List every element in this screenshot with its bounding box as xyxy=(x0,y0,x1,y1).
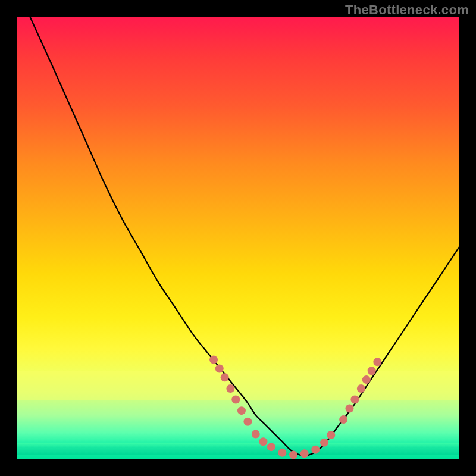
curve-marker xyxy=(259,437,267,446)
curve-marker xyxy=(226,384,234,393)
curve-marker xyxy=(350,396,359,404)
curve-marker xyxy=(215,364,224,372)
curve-marker xyxy=(221,373,229,381)
curve-marker xyxy=(345,404,353,412)
bottleneck-curve-path xyxy=(30,17,459,455)
curve-marker xyxy=(289,451,298,459)
watermark-text: TheBottleneck.com xyxy=(345,2,469,18)
curve-marker xyxy=(327,431,335,439)
curve-marker xyxy=(339,415,347,424)
curve-marker xyxy=(209,356,218,364)
curve-marker xyxy=(311,446,320,454)
curve-marker xyxy=(357,384,365,393)
curve-marker xyxy=(300,449,309,458)
curve-marker xyxy=(267,443,275,451)
chart-frame: TheBottleneck.com xyxy=(0,0,476,476)
curve-marker xyxy=(231,396,240,404)
bottleneck-curve-svg xyxy=(17,17,459,459)
curve-marker xyxy=(243,418,252,426)
curve-marker xyxy=(278,449,286,457)
curve-marker xyxy=(237,406,246,415)
curve-marker xyxy=(373,358,381,366)
curve-marker xyxy=(320,439,328,447)
curve-marker xyxy=(252,430,260,439)
curve-markers xyxy=(209,356,381,459)
curve-marker xyxy=(368,367,376,375)
curve-marker xyxy=(362,375,371,384)
